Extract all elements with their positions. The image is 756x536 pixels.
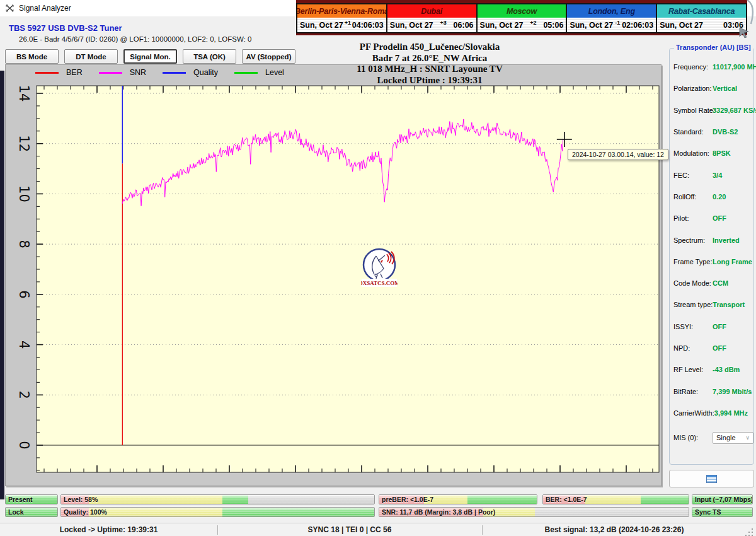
input-bar: Input (~7,07 Mbps): [692, 494, 753, 504]
transponder-row-value: Vertical: [713, 84, 737, 92]
transponder-row-label: Code Mode:: [673, 279, 713, 287]
signal-analyzer-window: Signal Analyzer Berlin-Paris-Vienna-Roma…: [0, 0, 756, 536]
transponder-row-value: Transport: [713, 301, 745, 308]
window-title: Signal Analyzer: [19, 4, 71, 13]
bar-segment-gray: [248, 495, 374, 504]
transponder-row-value: Long Frame: [713, 258, 752, 265]
clock-time: 06:06: [454, 21, 474, 30]
transponder-row-modulation-: Modulation:8PSK: [673, 143, 753, 164]
ber-bar-label: BER: <1.0E-7: [546, 495, 587, 504]
tab-signal-mon-[interactable]: Signal Mon.: [123, 49, 177, 64]
transponder-row-label: Modulation:: [673, 149, 713, 157]
transponder-row-frame-type-: Frame Type:Long Frame: [673, 251, 753, 272]
y-tick-label-8: 8: [16, 240, 32, 248]
transponder-rows: Frequency:11017,900 MHzPolarization:Vert…: [670, 49, 753, 424]
clock-utc-offset: +1: [345, 20, 351, 26]
left-edge-strip: [0, 71, 4, 499]
tab-tsa-ok-[interactable]: TSA (OK): [183, 49, 236, 64]
transponder-row-label: Pilot:: [673, 214, 713, 222]
transponder-row-label: Stream type:: [673, 301, 713, 308]
preber-bar-label: preBER: <1.0E-7: [382, 495, 433, 504]
transponder-row-value: 7,399 Mbit/s: [713, 388, 752, 395]
transponder-list-button[interactable]: [669, 470, 754, 487]
transponder-row-rolloff-: RollOff:0.20: [673, 186, 753, 207]
resize-grip[interactable]: [745, 528, 753, 536]
clock-bottom-strip: [296, 33, 747, 35]
lock-bar: Lock: [5, 507, 58, 517]
clock-city-label: Dubai: [387, 4, 476, 18]
bar-segment-green: [641, 495, 689, 504]
transponder-row-value: 8PSK: [713, 149, 731, 157]
legend-label: Quality: [193, 68, 218, 77]
transponder-row-symbol-rate-: Symbol Rate:3329,687 KS/s: [673, 100, 753, 121]
y-tick-label-2: 2: [16, 391, 32, 399]
world-clocks: Berlin-Paris-Vienna-RomaSun, Oct 27+104:…: [296, 3, 747, 33]
quality-bar-label: Quality: 100%: [64, 508, 107, 516]
list-icon: [706, 475, 717, 483]
legend-label: BER: [66, 68, 83, 77]
clock-utc-offset: -1: [615, 20, 620, 26]
transponder-panel: Transponder (AU) [BS] Frequency:11017,90…: [669, 48, 754, 465]
clock-city-label: London, Eng: [567, 4, 656, 18]
transponder-row-polarization-: Polarization:Vertical: [673, 78, 753, 99]
clock-time: 04:06:03: [352, 21, 384, 30]
lock-bar-label: Lock: [8, 508, 24, 516]
y-tick-label-14: 14: [16, 85, 32, 102]
transponder-panel-title: Transponder (AU) [BS]: [674, 44, 753, 51]
legend-item-snr: SNR: [99, 68, 146, 77]
clock-date: Sun, Oct 27: [570, 21, 613, 30]
plot-area[interactable]: [37, 86, 659, 472]
clock-time-row: Sun, Oct 27-102:06:03: [567, 18, 656, 32]
transponder-row-value: Inverted: [713, 236, 740, 244]
transponder-row-label: Frame Type:: [673, 258, 713, 265]
transponder-row-issyi-: ISSYI:OFF: [673, 316, 753, 337]
transponder-row-value: 0.20: [713, 193, 726, 201]
tab-dt-mode[interactable]: DT Mode: [64, 49, 118, 64]
transponder-row-value: 11017,900 MHz: [713, 63, 756, 71]
clock-city-label: Berlin-Paris-Vienna-Roma: [297, 4, 386, 18]
transponder-row-label: Standard:: [673, 128, 713, 136]
tuner-name: TBS 5927 USB DVB-S2 Tuner: [9, 23, 122, 33]
y-tick-label-12: 12: [16, 135, 32, 152]
clock-time: 05:06: [543, 21, 563, 30]
tooltip-text: 2024-10-27 03.00.14, value: 12: [572, 151, 664, 158]
transponder-row-standard-: Standard:DVB-S2: [673, 121, 753, 143]
dxsatcs-logo-text: DXSATCS.COM: [361, 280, 398, 286]
bar-segment-yellow: [89, 495, 222, 504]
transponder-row-value: OFF: [713, 323, 726, 330]
preber-bar: preBER: <1.0E-7: [379, 494, 537, 504]
mis-row: MIS (0): Single ∨: [670, 430, 753, 445]
clock-city-label: Moscow: [478, 4, 566, 18]
tab-bs-mode[interactable]: BS Mode: [5, 49, 59, 64]
transponder-row-pilot-: Pilot:OFF: [673, 207, 753, 229]
syncts-bar: Sync TS: [692, 507, 753, 517]
snr-chart[interactable]: 02468101214: [6, 65, 662, 487]
chart-legend: BERSNRQualityLevel: [35, 66, 284, 79]
transponder-row-frequency-: Frequency:11017,900 MHz: [673, 56, 753, 78]
clock-london-eng: London, EngSun, Oct 27-102:06:03: [567, 4, 657, 32]
mis-selected-value: Single: [716, 434, 736, 441]
transponder-row-fec-: FEC:3/4: [673, 164, 753, 185]
clock-utc-offset: +2: [530, 20, 536, 26]
transponder-row-value: 3329,687 KS/s: [713, 107, 756, 114]
transponder-row-label: Symbol Rate:: [673, 107, 713, 114]
transponder-row-npd-: NPD:OFF: [673, 337, 753, 359]
bar-segment-yellow: [585, 495, 641, 504]
y-tick-label-0: 0: [16, 441, 32, 449]
app-icon: [5, 3, 15, 13]
clock-moscow: MoscowSun, Oct 27+205:06: [478, 4, 568, 32]
transponder-row-value: 3/4: [713, 172, 722, 179]
tab-av-stopped-[interactable]: AV (Stopped): [242, 49, 295, 64]
transponder-row-label: CarrierWidth:: [673, 409, 714, 417]
legend-item-level: Level: [234, 68, 284, 77]
transponder-row-bitrate-: BitRate:7,399 Mbit/s: [673, 380, 753, 402]
chart-panel: 02468101214: [5, 64, 662, 486]
status-best-signal: Best signal: 13,2 dB (2024-10-26 23:26): [482, 525, 747, 534]
clock-utc-offset: +3: [440, 20, 446, 26]
legend-label: SNR: [130, 68, 146, 77]
status-sync-counters: SYNC 18 | TEI 0 | CC 56: [217, 525, 482, 534]
transponder-row-label: NPD:: [673, 344, 713, 352]
mis-select[interactable]: Single ∨: [713, 432, 753, 444]
legend-item-quality: Quality: [163, 68, 218, 77]
legend-line-swatch: [99, 72, 122, 74]
